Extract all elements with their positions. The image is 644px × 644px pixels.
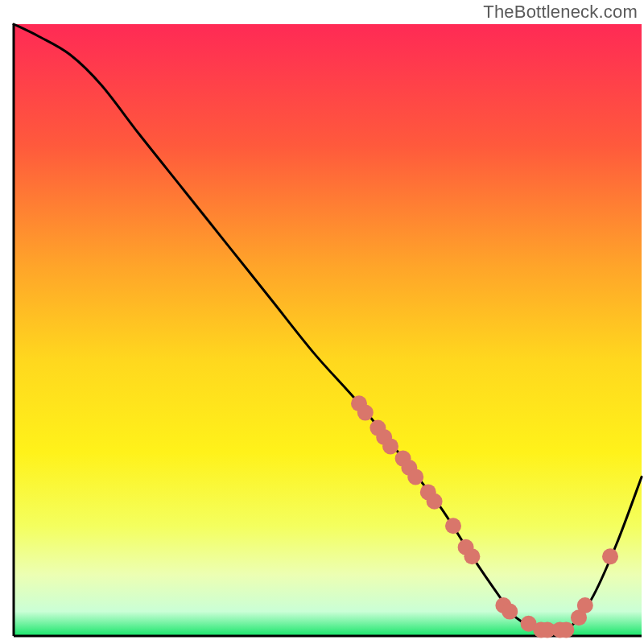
marker-point <box>445 518 461 534</box>
watermark-text: TheBottleneck.com <box>483 2 638 23</box>
gradient-background <box>14 24 642 636</box>
marker-point <box>464 548 480 564</box>
bottleneck-chart <box>0 0 644 644</box>
marker-point <box>357 405 374 421</box>
marker-point <box>558 621 574 638</box>
marker-point <box>602 548 618 564</box>
marker-point <box>382 438 398 454</box>
marker-point <box>427 493 443 510</box>
marker-point <box>577 597 593 613</box>
marker-point <box>407 469 423 485</box>
chart-frame: TheBottleneck.com <box>0 0 644 644</box>
marker-point <box>502 604 518 620</box>
